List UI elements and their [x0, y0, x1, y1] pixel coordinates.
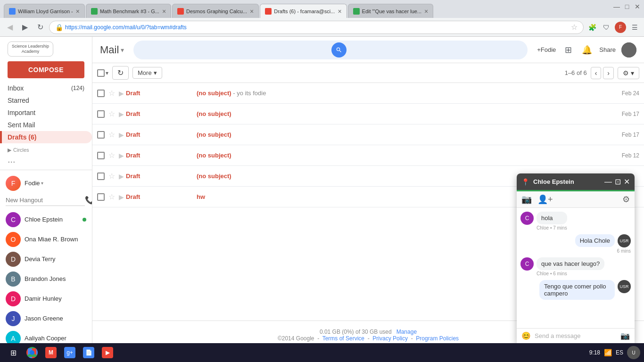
- email-1-checkbox[interactable]: [97, 90, 105, 97]
- user-avatar[interactable]: [621, 42, 636, 58]
- chat-video-icon[interactable]: 📷: [521, 194, 532, 205]
- forward-button[interactable]: ▶: [19, 21, 31, 33]
- tab-2[interactable]: Math Benchmark #3 - G... ×: [86, 4, 171, 18]
- email-4-important-icon[interactable]: ▶: [119, 152, 124, 159]
- contact-ona[interactable]: O Ona Miae R. Brown: [0, 230, 92, 249]
- select-dropdown-icon[interactable]: ▾: [106, 70, 108, 76]
- chat-minimize-button[interactable]: —: [604, 177, 612, 186]
- share-button[interactable]: Share: [599, 46, 616, 53]
- taskbar-user-avatar[interactable]: U: [627, 346, 640, 359]
- more-button[interactable]: More ▾: [132, 67, 162, 79]
- tab-2-close-icon[interactable]: ×: [162, 8, 166, 15]
- email-5-star-icon[interactable]: ☆: [108, 172, 115, 181]
- chrome-taskbar-icon[interactable]: [25, 345, 40, 360]
- chat-add-person-icon[interactable]: 👤+: [537, 194, 553, 205]
- tab-1[interactable]: William Lloyd Garrison - ×: [4, 4, 85, 18]
- email-row[interactable]: ☆ ▶ Draft (no subject) Feb 17: [92, 104, 644, 124]
- nav-inbox[interactable]: Inbox (124): [0, 82, 92, 94]
- email-2-star-icon[interactable]: ☆: [108, 109, 115, 118]
- reload-button[interactable]: ↻: [34, 21, 46, 33]
- compose-button[interactable]: COMPOSE: [8, 61, 84, 78]
- nav-drafts[interactable]: Drafts (6): [0, 131, 92, 143]
- contact-damir[interactable]: D Damir Hunley: [0, 289, 92, 309]
- circles-section[interactable]: ▶ Circles: [0, 143, 92, 155]
- email-2-important-icon[interactable]: ▶: [119, 110, 124, 118]
- chat-settings-icon[interactable]: ⚙: [622, 194, 630, 205]
- email-6-checkbox[interactable]: [97, 193, 105, 201]
- chat-camera-icon[interactable]: 📷: [620, 331, 630, 340]
- chat-expand-button[interactable]: ⊡: [615, 177, 621, 186]
- extensions-icon[interactable]: 🧩: [586, 22, 598, 33]
- contact-devia[interactable]: D Devia Terry: [0, 249, 92, 269]
- email-6-star-icon[interactable]: ☆: [108, 192, 115, 201]
- tab-4-active[interactable]: Drafts (6) - fcamara@sci... ×: [260, 4, 347, 18]
- email-row[interactable]: ☆ ▶ Draft (no subject) Feb 17: [92, 124, 644, 145]
- email-1-important-icon[interactable]: ▶: [119, 90, 124, 97]
- plus-fodie-link[interactable]: +Fodie: [537, 46, 556, 53]
- privacy-link[interactable]: Privacy Policy: [372, 335, 408, 342]
- docs-taskbar-icon[interactable]: 📄: [81, 345, 96, 360]
- nav-sent[interactable]: Sent Mail: [0, 119, 92, 131]
- tab-4-close-icon[interactable]: ×: [338, 8, 341, 15]
- chrome-menu-icon[interactable]: ☰: [629, 22, 640, 33]
- chat-emoji-icon[interactable]: 😊: [521, 331, 531, 340]
- email-4-star-icon[interactable]: ☆: [108, 151, 115, 160]
- email-3-checkbox[interactable]: [97, 131, 105, 139]
- email-5-checkbox[interactable]: [97, 173, 105, 180]
- email-3-star-icon[interactable]: ☆: [108, 130, 115, 139]
- fodie-row[interactable]: F Fodie ▾: [0, 174, 92, 193]
- chat-close-button[interactable]: ✕: [624, 177, 630, 186]
- start-button[interactable]: ⊞: [6, 345, 21, 360]
- phone-icon[interactable]: 📞: [85, 196, 92, 205]
- select-all-checkbox[interactable]: [97, 69, 105, 77]
- apps-icon[interactable]: ⊞: [561, 43, 575, 57]
- email-4-date: Feb 12: [622, 152, 639, 159]
- program-link[interactable]: Program Policies: [416, 335, 459, 342]
- window-close-button[interactable]: ✕: [633, 2, 642, 11]
- email-1-star-icon[interactable]: ☆: [108, 89, 115, 98]
- email-row[interactable]: ☆ ▶ Draft (no subject) Feb 12: [92, 145, 644, 166]
- email-3-important-icon[interactable]: ▶: [119, 131, 124, 139]
- manage-link[interactable]: Manage: [396, 329, 417, 335]
- tab-5[interactable]: Edit "'Que vas hacer lue... ×: [348, 4, 434, 18]
- notifications-icon[interactable]: 🔔: [580, 43, 594, 57]
- search-button[interactable]: [331, 42, 347, 58]
- contact-chloe[interactable]: C Chloe Epstein: [0, 210, 92, 230]
- window-minimize-button[interactable]: —: [612, 2, 621, 11]
- contact-jason[interactable]: J Jason Greene: [0, 309, 92, 329]
- bookmark-icon[interactable]: ☆: [571, 23, 578, 32]
- tab-3-close-icon[interactable]: ×: [250, 8, 254, 15]
- chloe-msg-avatar-2: C: [520, 257, 534, 271]
- tab-3[interactable]: Desmos Graphing Calcu... ×: [172, 4, 259, 18]
- youtube-taskbar-icon[interactable]: ▶: [100, 345, 115, 360]
- address-input[interactable]: [65, 24, 571, 31]
- mail-title[interactable]: Mail ▾: [100, 44, 124, 56]
- next-page-button[interactable]: ›: [603, 67, 614, 79]
- profile-icon[interactable]: F: [615, 22, 626, 33]
- back-button[interactable]: ◀: [4, 21, 16, 33]
- tab-1-close-icon[interactable]: ×: [76, 8, 80, 15]
- shield-icon[interactable]: 🛡: [601, 22, 612, 33]
- prev-page-button[interactable]: ‹: [591, 67, 602, 79]
- search-input[interactable]: [139, 46, 328, 54]
- nav-starred[interactable]: Starred: [0, 94, 92, 107]
- refresh-button[interactable]: ↻: [112, 66, 129, 80]
- settings-gear-icon: ⚙: [623, 69, 629, 77]
- email-4-checkbox[interactable]: [97, 152, 105, 159]
- gmail-taskbar-icon[interactable]: M: [43, 345, 58, 360]
- nav-important[interactable]: Important: [0, 107, 92, 119]
- chat-input[interactable]: [535, 332, 617, 339]
- settings-button[interactable]: ⚙ ▾: [618, 67, 639, 79]
- email-6-important-icon[interactable]: ▶: [119, 193, 124, 201]
- more-nav-icon[interactable]: ···: [0, 155, 92, 168]
- window-maximize-button[interactable]: □: [622, 2, 632, 11]
- terms-link[interactable]: Terms of Service: [322, 335, 364, 342]
- tab-5-close-icon[interactable]: ×: [424, 8, 428, 15]
- contact-brandon[interactable]: B Brandon Jones: [0, 269, 92, 289]
- googlemaps-taskbar-icon[interactable]: g+: [62, 345, 77, 360]
- email-row[interactable]: ☆ ▶ Draft (no subject) - yo its fodie Fe…: [92, 83, 644, 104]
- email-2-checkbox[interactable]: [97, 110, 105, 118]
- email-5-important-icon[interactable]: ▶: [119, 173, 124, 180]
- select-all-area[interactable]: ▾: [97, 69, 108, 77]
- new-hangout-input[interactable]: [6, 195, 85, 206]
